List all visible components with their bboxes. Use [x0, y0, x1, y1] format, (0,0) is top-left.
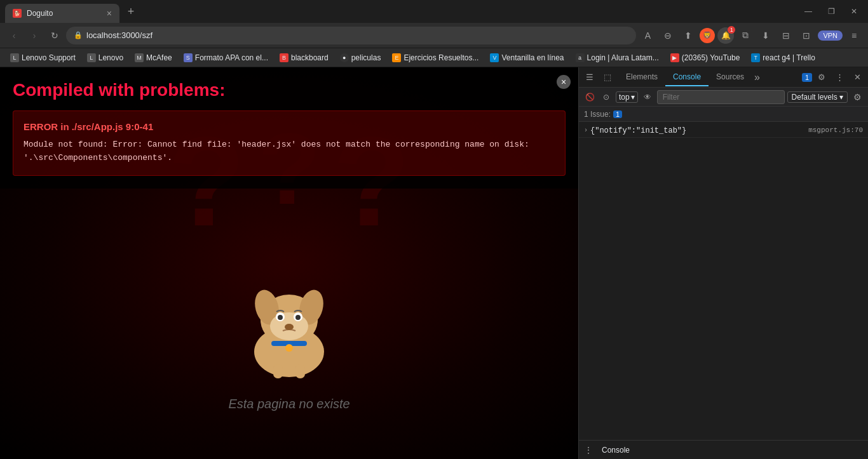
- more-tabs-button[interactable]: »: [752, 68, 763, 87]
- brave-shield-button[interactable]: 🦁: [700, 28, 715, 43]
- extensions-button[interactable]: ⧉: [736, 27, 754, 44]
- svg-rect-12: [273, 364, 283, 378]
- tab-console[interactable]: Console: [665, 69, 709, 86]
- devtools-bottom-icon[interactable]: ⋮: [584, 445, 593, 455]
- console-source[interactable]: msgport.js:70: [808, 126, 863, 134]
- context-label: top: [619, 93, 630, 102]
- console-settings-button[interactable]: ⚙: [850, 90, 864, 104]
- devtools-more-button[interactable]: ⋮: [831, 69, 848, 86]
- close-button[interactable]: ✕: [845, 3, 863, 20]
- title-bar: 🐕 Doguito × + — ❐ ✕: [0, 0, 868, 23]
- tab-favicon: 🐕: [13, 9, 22, 18]
- sad-dog-image: [226, 253, 353, 383]
- bookmark-alura[interactable]: a Login | Alura Latam...: [571, 52, 664, 63]
- bookmark-lenovo[interactable]: L Lenovo: [82, 52, 128, 63]
- svg-rect-13: [295, 364, 305, 378]
- log-levels-selector[interactable]: Default levels ▾: [787, 91, 848, 103]
- svg-point-11: [285, 344, 293, 352]
- issue-count-badge: 1: [802, 73, 812, 82]
- tab-sources[interactable]: Sources: [709, 69, 752, 86]
- vpn-button[interactable]: VPN: [818, 30, 843, 41]
- wallet-button[interactable]: ⊡: [797, 27, 815, 44]
- bookmark-ejercicios[interactable]: E Ejercicios Resueltos...: [387, 52, 484, 63]
- svg-point-6: [278, 315, 283, 320]
- zoom-button[interactable]: ⊖: [659, 27, 677, 44]
- bookmark-label: Lenovo: [98, 53, 123, 62]
- bookmark-youtube[interactable]: ▶ (20365) YouTube: [665, 52, 745, 63]
- bookmark-trello[interactable]: T react g4 | Trello: [746, 52, 820, 63]
- window-controls: — ❐ ✕: [799, 3, 863, 20]
- close-overlay-button[interactable]: ×: [557, 75, 571, 89]
- clear-console-button[interactable]: 🚫: [583, 90, 597, 104]
- devtools-close-button[interactable]: ✕: [849, 69, 865, 86]
- bookmark-blackboard[interactable]: B blackboard: [275, 52, 334, 63]
- download-button[interactable]: ⬇: [757, 27, 775, 44]
- error-title: Compiled with problems:: [13, 80, 566, 100]
- devtools-settings-button[interactable]: ⚙: [813, 69, 830, 86]
- context-selector[interactable]: top ▾: [616, 91, 638, 103]
- main-area: ? ? ?: [0, 67, 868, 459]
- share-button[interactable]: ⬆: [679, 27, 697, 44]
- bookmark-label: react g4 | Trello: [763, 53, 815, 62]
- new-tab-button[interactable]: +: [122, 3, 140, 20]
- address-bar[interactable]: 🔒 localhost:3000/szf: [66, 27, 636, 44]
- tab-close-button[interactable]: ×: [107, 9, 112, 18]
- console-bottom-tab[interactable]: Console: [598, 444, 634, 456]
- bookmark-favicon: ▶: [670, 53, 679, 62]
- console-entry: › {"notify":"init_tab"} msgport.js:70: [579, 124, 868, 138]
- error-overlay: × Compiled with problems: ERROR in ./src…: [0, 67, 578, 189]
- error-message: Module not found: Error: Cannot find fil…: [24, 138, 555, 165]
- tab-bar: 🐕 Doguito × +: [5, 0, 799, 23]
- eye-button[interactable]: 👁: [641, 90, 654, 104]
- bookmarks-bar: L Lenovo Support L Lenovo M McAfee S For…: [0, 48, 868, 67]
- bookmark-lenovo-support[interactable]: L Lenovo Support: [5, 52, 81, 63]
- svg-point-9: [285, 324, 294, 330]
- console-filter-input[interactable]: [657, 90, 785, 104]
- back-button[interactable]: ‹: [5, 27, 23, 44]
- bookmark-mcafee[interactable]: M McAfee: [130, 52, 177, 63]
- navigation-bar: ‹ › ↻ 🔒 localhost:3000/szf A ⊖ ⬆ 🦁 🔔 1 ⧉…: [0, 23, 868, 48]
- bookmark-favicon: a: [576, 53, 585, 62]
- console-filter-button[interactable]: ⊙: [599, 90, 613, 104]
- bookmark-label: Ejercicios Resueltos...: [403, 53, 478, 62]
- error-message-line1: Module not found: Error: Cannot find fil…: [24, 140, 529, 149]
- refresh-button[interactable]: ↻: [46, 27, 64, 44]
- bookmark-favicon: L: [87, 53, 96, 62]
- sidebar-button[interactable]: ⊟: [777, 27, 795, 44]
- bookmark-ventanilla[interactable]: V Ventanilla en línea: [485, 52, 569, 63]
- minimize-button[interactable]: —: [799, 3, 817, 20]
- maximize-button[interactable]: ❐: [822, 3, 840, 20]
- bookmark-formato-apa[interactable]: S Formato APA con el...: [179, 52, 273, 63]
- error-location: ERROR in ./src/App.js 9:0-41: [24, 121, 555, 132]
- bookmark-label: McAfee: [146, 53, 172, 62]
- nav-actions: A ⊖ ⬆ 🦁 🔔 1 ⧉ ⬇ ⊟ ⊡ VPN ≡: [639, 27, 863, 44]
- lock-icon: 🔒: [74, 31, 83, 39]
- tab-elements[interactable]: Elements: [618, 69, 665, 86]
- svg-point-8: [295, 315, 301, 320]
- active-tab[interactable]: 🐕 Doguito ×: [5, 4, 119, 23]
- device-toolbar-button[interactable]: ⬚: [599, 69, 616, 86]
- webpage: ? ? ?: [0, 67, 578, 459]
- devtools-bottom-bar: ⋮ Console: [579, 440, 868, 459]
- notifications-button[interactable]: 🔔 1: [717, 27, 734, 44]
- inspect-element-button[interactable]: ☰: [581, 69, 598, 86]
- more-button[interactable]: ≡: [845, 27, 863, 44]
- devtools-panel-icons: ☰ ⬚: [581, 69, 616, 86]
- issues-label: 1 Issue:: [584, 110, 611, 119]
- notification-badge: 1: [728, 26, 735, 34]
- console-output: › {"notify":"init_tab"} msgport.js:70: [579, 122, 868, 440]
- bookmark-favicon: L: [10, 53, 19, 62]
- bookmark-favicon: B: [280, 53, 288, 62]
- bookmark-peliculas[interactable]: ● peliculas: [335, 52, 386, 63]
- bookmark-favicon: V: [490, 53, 499, 62]
- bookmark-label: Lenovo Support: [22, 53, 76, 62]
- devtools-header: ☰ ⬚ Elements Console Sources » 1 ⚙ ⋮ ✕: [579, 67, 868, 88]
- page-not-found-text: Esta pagina no existe: [228, 397, 349, 411]
- devtools-toolbar: 🚫 ⊙ top ▾ 👁 Default levels ▾ ⚙: [579, 88, 868, 107]
- error-message-line2: '.\src\Components\components'.: [24, 153, 172, 163]
- tab-title: Doguito: [27, 9, 102, 18]
- translate-button[interactable]: A: [639, 27, 656, 44]
- expand-arrow[interactable]: ›: [584, 126, 588, 134]
- forward-button[interactable]: ›: [25, 27, 43, 44]
- bookmark-label: Login | Alura Latam...: [587, 53, 659, 62]
